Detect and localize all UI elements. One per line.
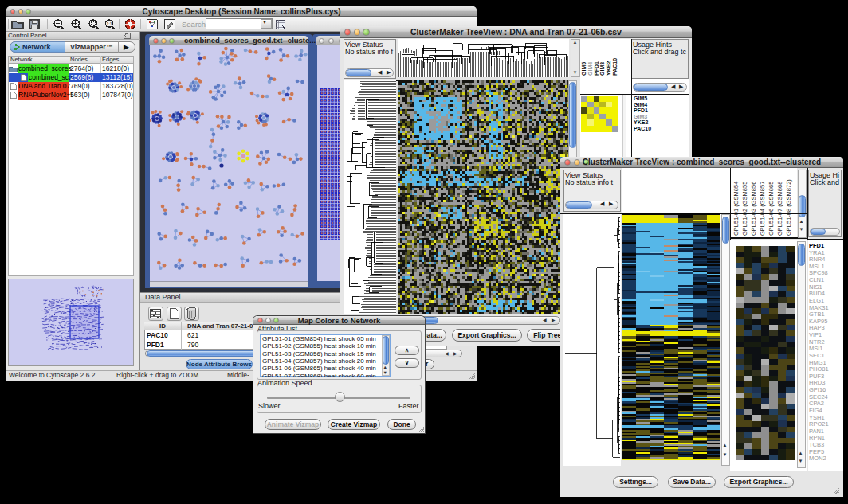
svg-text:1:1: 1:1 bbox=[107, 21, 112, 26]
